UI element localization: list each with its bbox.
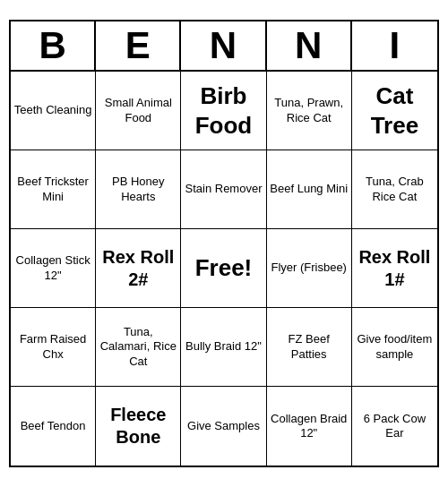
bingo-cell[interactable]: Beef Trickster Mini bbox=[11, 150, 96, 229]
bingo-cell[interactable]: Small Animal Food bbox=[96, 72, 181, 150]
bingo-cell[interactable]: PB Honey Hearts bbox=[96, 150, 181, 229]
bingo-card: BENNI Teeth CleaningSmall Animal FoodBir… bbox=[9, 20, 439, 467]
bingo-cell[interactable]: Rex Roll 2# bbox=[96, 229, 181, 308]
header-letter: B bbox=[11, 21, 96, 70]
bingo-cell[interactable]: Tuna, Prawn, Rice Cat bbox=[267, 72, 352, 150]
bingo-cell[interactable]: Teeth Cleaning bbox=[11, 72, 96, 150]
bingo-cell[interactable]: Farm Raised Chx bbox=[11, 308, 96, 387]
header-letter: N bbox=[267, 21, 352, 70]
header-letter: E bbox=[96, 21, 181, 70]
bingo-cell[interactable]: Beef Tendon bbox=[11, 387, 96, 466]
bingo-cell[interactable]: Beef Lung Mini bbox=[267, 150, 352, 229]
bingo-cell[interactable]: Collagen Braid 12" bbox=[267, 387, 352, 466]
bingo-cell[interactable]: FZ Beef Patties bbox=[267, 308, 352, 387]
bingo-cell[interactable]: Give food/item sample bbox=[352, 308, 437, 387]
bingo-cell[interactable]: Fleece Bone bbox=[96, 387, 181, 466]
bingo-cell[interactable]: Flyer (Frisbee) bbox=[267, 229, 352, 308]
bingo-cell[interactable]: Stain Remover bbox=[181, 150, 266, 229]
bingo-cell[interactable]: Collagen Stick 12" bbox=[11, 229, 96, 308]
bingo-grid: Teeth CleaningSmall Animal FoodBirb Food… bbox=[11, 72, 437, 466]
bingo-cell[interactable]: 6 Pack Cow Ear bbox=[352, 387, 437, 466]
header-letter: N bbox=[181, 21, 266, 70]
bingo-cell[interactable]: Rex Roll 1# bbox=[352, 229, 437, 308]
bingo-cell[interactable]: Bully Braid 12" bbox=[181, 308, 266, 387]
bingo-cell[interactable]: Tuna, Calamari, Rice Cat bbox=[96, 308, 181, 387]
bingo-cell[interactable]: Give Samples bbox=[181, 387, 266, 466]
bingo-cell[interactable]: Tuna, Crab Rice Cat bbox=[352, 150, 437, 229]
bingo-cell[interactable]: Cat Tree bbox=[352, 72, 437, 150]
bingo-cell[interactable]: Free! bbox=[181, 229, 266, 308]
bingo-cell[interactable]: Birb Food bbox=[181, 72, 266, 150]
header-letter: I bbox=[352, 21, 437, 70]
bingo-header: BENNI bbox=[11, 21, 437, 72]
